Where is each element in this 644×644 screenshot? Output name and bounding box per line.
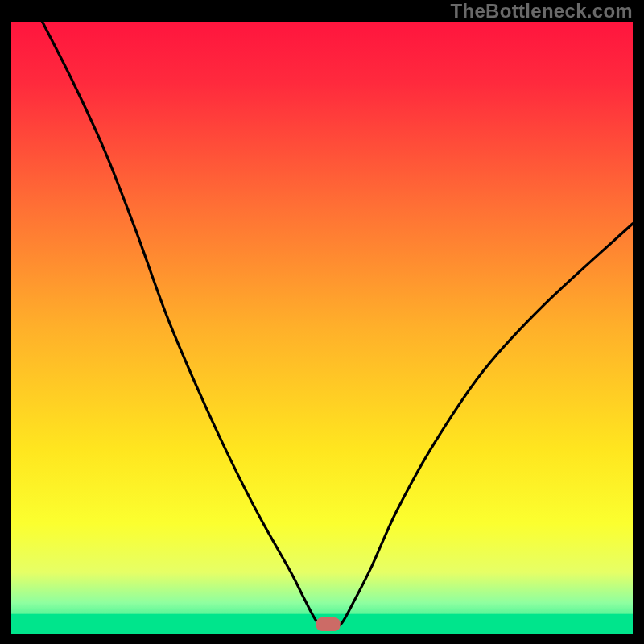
gradient-background [11, 22, 633, 634]
chart-frame: TheBottleneck.com [0, 0, 644, 644]
watermark-text: TheBottleneck.com [451, 0, 633, 23]
plot-area [11, 22, 633, 634]
bottleneck-chart [11, 22, 633, 634]
optimum-marker [316, 617, 341, 631]
